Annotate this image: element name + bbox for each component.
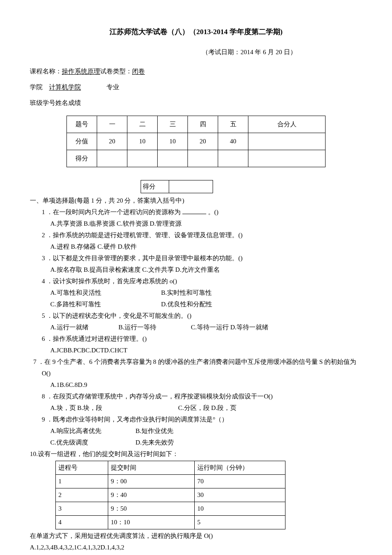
cell: 1 — [56, 474, 108, 488]
cell: 9：00 — [108, 474, 195, 488]
value-cell: 20 — [97, 133, 127, 150]
cell: 10 — [195, 502, 285, 515]
empty-cell — [188, 150, 218, 167]
page-title: 江苏师范大学试卷（八）（2013-2014 学年度第二学期) — [30, 26, 362, 39]
course-label: 课程名称： — [30, 68, 62, 75]
question-6: 6 ．操作系统通过对进程进行管理。() — [42, 333, 362, 345]
header-cell: 五 — [218, 116, 248, 133]
college-label: 学院 — [30, 84, 43, 90]
q8-opt-ab: A.块，页 B.块，段 — [50, 402, 178, 414]
value-cell — [248, 133, 326, 150]
cell: 70 — [195, 474, 285, 488]
q5-opt-b: B.运行一等待 — [118, 322, 191, 333]
table-row: 题号 一 二 三 四 五 合分人 — [67, 116, 326, 133]
q3-options: A.按名存取 B.提高目录检索速度 C.文件共享 D.允许文件重名 — [50, 264, 362, 276]
row-label: 分值 — [67, 133, 97, 150]
q9-opt-a: A.响应比高者优先 — [50, 425, 135, 437]
table-row: 进程号 提交时间 运行时间（分钟） — [56, 461, 285, 474]
cell: 5 — [195, 515, 285, 529]
q8-opt-cd: C.分区，段 D.段，页 — [178, 402, 236, 414]
paper-type: 闭卷 — [132, 68, 145, 75]
question-5: 5 ．以下的进程状态变化中，变化是不可能发生的。() — [42, 310, 362, 322]
question-1: 1 ．在一段时间内只允许一个进程访问的资源称为 。() — [42, 206, 362, 218]
q2-options: A.进程 B.存储器 C.硬件 D.软件 — [50, 241, 362, 253]
header-cell: 二 — [127, 116, 158, 133]
question-10: 10.设有一组进程，他们的提交时间及运行时间如下： — [30, 448, 362, 460]
major-label: 专业 — [107, 84, 119, 90]
question-11: 11.产生死锁的必要条件有四个，要防止死锁的发生，可以破坏这四个必要条件之一，但… — [55, 553, 362, 555]
q4-options-row1: A.可靠性和灵活性B.实时性和可靠性 — [50, 287, 362, 299]
empty-cell — [97, 150, 127, 167]
q4-opt-c: C.多路性和可靠性 — [50, 299, 161, 310]
meta-line-1: 课程名称：操作系统原理试卷类型：闭卷 — [30, 66, 362, 77]
header-cell: 运行时间（分钟） — [195, 461, 285, 474]
score-table: 题号 一 二 三 四 五 合分人 分值 20 10 10 20 40 得分 — [66, 116, 326, 167]
cell: 30 — [195, 488, 285, 502]
header-cell: 提交时间 — [108, 461, 195, 474]
cell: 9：50 — [108, 502, 195, 515]
score-box-value — [169, 180, 213, 193]
question-9: 9 ．既考虑作业等待时间，又考虑作业执行时间的调度算法是°（） — [42, 414, 362, 425]
college-name: 计算机学院 — [49, 84, 81, 90]
cell: 4 — [56, 515, 108, 529]
header-cell: 一 — [97, 116, 127, 133]
process-table: 进程号 提交时间 运行时间（分钟） 1 9：00 70 2 9：40 30 3 … — [55, 461, 285, 529]
q9-options-row2: C.优先级调度D.先来先效劳 — [50, 437, 362, 448]
cell: 3 — [56, 502, 108, 515]
meta-line-2: 学院 计算机学院专业 — [30, 81, 362, 93]
q4-options-row2: C.多路性和可靠性D.优良性和分配性 — [50, 299, 362, 310]
header-cell: 进程号 — [56, 461, 108, 474]
table-row: 分值 20 10 10 20 40 — [67, 133, 326, 150]
table-row: 2 9：40 30 — [56, 488, 285, 502]
paper-type-label: 试卷类型： — [100, 68, 132, 75]
q9-opt-b: B.短作业优先 — [135, 425, 173, 437]
section-1-head: 一、单项选择题(每题 1 分，共 20 分，答案填入括号中) — [30, 195, 362, 206]
q9-options-row1: A.响应比高者优先B.短作业优先 — [50, 425, 362, 437]
meta-line-3: 班级学号姓名成绩 — [30, 97, 362, 109]
question-8: 8 ．在段页式存储管理系统中，内存等分成一，程序按逻辑模块划分成假设干一O() — [42, 391, 362, 402]
q1-text-a: 1 ．在一段时间内只允许一个进程访问的资源称为 — [42, 209, 182, 215]
q8-options: A.块，页 B.块，段C.分区，段 D.段，页 — [50, 402, 362, 414]
exam-date: （考试日期：2014 年 6 月 20 日） — [136, 46, 362, 58]
q10-options: A.1,2,3,4B.4,3,2,1C.4,1,3,2D.1,4,3,2 — [30, 542, 362, 553]
empty-cell — [127, 150, 158, 167]
question-2: 2 ．操作系统的功能是进行处理机管理、管理、设备管理及信息管理。() — [42, 230, 362, 241]
q1-text-b: 。() — [206, 209, 219, 215]
score-box-label: 得分 — [141, 180, 169, 193]
header-cell: 合分人 — [248, 116, 326, 133]
empty-cell — [158, 150, 188, 167]
header-cell: 题号 — [67, 116, 97, 133]
value-cell: 40 — [218, 133, 248, 150]
table-row: 4 10：10 5 — [56, 515, 285, 529]
empty-cell — [248, 150, 326, 167]
q4-opt-d: D.优良性和分配性 — [161, 299, 212, 310]
course-name: 操作系统原理 — [62, 68, 100, 75]
header-cell: 三 — [158, 116, 188, 133]
q5-options: A.运行一就绪B.运行一等待C.等待一运行 D.等待一就绪 — [50, 322, 362, 333]
q1-options: A.共享资源 B.临界资源 C.软件资源 D.管理资源 — [50, 218, 362, 230]
q5-opt-cd: C.等待一运行 D.等待一就绪 — [191, 322, 268, 333]
q9-opt-d: D.先来先效劳 — [135, 437, 174, 448]
q4-opt-b: B.实时性和可靠性 — [161, 287, 212, 299]
blank-line — [182, 207, 206, 214]
q10-tail: 在单道方式下，采用短进程优先调度算法，进程的执行顺序是 O() — [30, 530, 362, 542]
q9-opt-c: C.优先级调度 — [50, 437, 135, 448]
table-row: 得分 — [67, 150, 326, 167]
question-4: 4 ．设计实时操作系统时，首先应考虑系统的 o() — [42, 276, 362, 287]
empty-cell — [218, 150, 248, 167]
question-3: 3 ．以下都是文件目录管理的要求，其中是目录管理中最根本的功能。() — [42, 253, 362, 264]
value-cell: 10 — [158, 133, 188, 150]
table-row: 1 9：00 70 — [56, 474, 285, 488]
score-box: 得分 — [141, 180, 213, 193]
cell: 10：10 — [108, 515, 195, 529]
q4-opt-a: A.可靠性和灵活性 — [50, 287, 161, 299]
q6-options: A.JCBB.PCBC.DCTD.CHCT — [50, 345, 362, 356]
header-cell: 四 — [188, 116, 218, 133]
value-cell: 20 — [188, 133, 218, 150]
value-cell: 10 — [127, 133, 158, 150]
q7-options: A.1B.6C.8D.9 — [50, 379, 362, 391]
row-label: 得分 — [67, 150, 97, 167]
cell: 2 — [56, 488, 108, 502]
cell: 9：40 — [108, 488, 195, 502]
question-7: 7 ．在 9 个生产者、6 个消费者共享容量为 8 的缓冲器的生产者消费者问题中… — [42, 356, 362, 379]
